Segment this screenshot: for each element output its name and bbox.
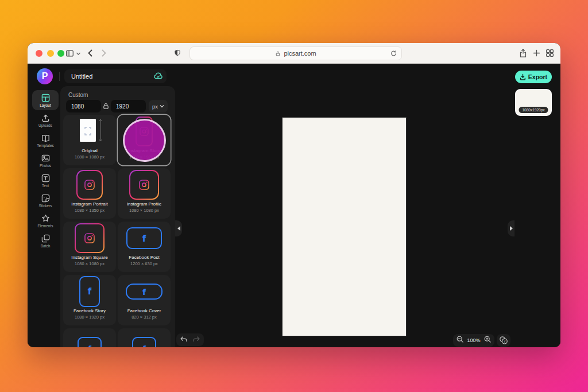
rail-label: Templates xyxy=(37,143,54,148)
undo-icon[interactable] xyxy=(180,335,188,345)
export-label: Export xyxy=(528,73,547,80)
fullscreen-window-button[interactable] xyxy=(57,50,64,57)
height-input[interactable] xyxy=(111,100,146,112)
reload-icon[interactable] xyxy=(390,49,397,59)
facebook-cover-icon: f xyxy=(118,275,171,308)
share-icon[interactable] xyxy=(519,48,528,59)
divider xyxy=(59,72,60,81)
url-text: picsart.com xyxy=(284,50,316,57)
upload-icon xyxy=(41,113,51,123)
facebook-story-icon: f xyxy=(63,275,116,308)
picsart-logo[interactable]: P xyxy=(37,68,53,84)
svg-text:?: ? xyxy=(504,339,505,344)
layout-panel: Custom px Original 1080 × 1080 px xyxy=(60,86,175,347)
template-card-facebook-post[interactable]: f Facebook Post 1200 × 630 px xyxy=(118,222,171,272)
selection-highlight-circle xyxy=(123,119,166,162)
book-icon xyxy=(41,133,51,143)
svg-text:f: f xyxy=(142,288,146,297)
project-title-input[interactable] xyxy=(64,69,167,83)
instagram-profile-icon xyxy=(118,168,171,201)
forward-icon[interactable] xyxy=(101,49,107,57)
page-thumbnail[interactable]: 1080x1920px xyxy=(515,89,552,116)
image-icon xyxy=(41,153,51,163)
template-card-partial[interactable]: f xyxy=(118,328,171,347)
address-bar[interactable]: picsart.com xyxy=(189,46,402,60)
template-card-instagram-profile[interactable]: Instagram Profile 1080 × 1080 px xyxy=(118,168,171,219)
sidebar-toggle-icon[interactable] xyxy=(65,49,75,58)
layout-icon xyxy=(41,93,51,103)
rail-item-templates[interactable]: Templates xyxy=(32,130,59,150)
template-card-facebook-story[interactable]: f Facebook Story 1080 × 1920 px xyxy=(63,275,116,325)
facebook-frame-icon: f xyxy=(118,328,171,347)
instagram-portrait-icon xyxy=(63,168,116,201)
template-card-original[interactable]: Original 1080 × 1080 px xyxy=(63,115,116,165)
svg-text:f: f xyxy=(142,344,146,347)
back-icon[interactable] xyxy=(87,49,93,57)
tab-overview-icon[interactable] xyxy=(546,49,554,57)
zoom-in-icon[interactable] xyxy=(483,335,492,346)
rail-item-layout[interactable]: Layout xyxy=(32,90,59,110)
minimize-window-button[interactable] xyxy=(47,50,54,57)
close-window-button[interactable] xyxy=(36,50,42,57)
rail-item-photos[interactable]: Photos xyxy=(32,150,59,170)
rail-item-text[interactable]: Text xyxy=(32,170,59,191)
history-controls xyxy=(176,333,204,346)
artboard-canvas[interactable] xyxy=(283,118,406,336)
aspect-lock-icon[interactable] xyxy=(102,102,110,112)
lock-icon xyxy=(275,51,281,57)
picsart-editor: P Export Layout Uploads Templates xyxy=(28,64,560,347)
custom-section-label: Custom xyxy=(68,92,88,98)
svg-text:f: f xyxy=(88,344,92,347)
zoom-level-value[interactable]: 100% xyxy=(467,337,480,343)
browser-window: picsart.com P Export xyxy=(28,43,560,347)
svg-text:f: f xyxy=(142,234,146,244)
template-card-instagram-square[interactable]: Instagram Square 1080 × 1080 px xyxy=(63,222,116,272)
unit-label: px xyxy=(152,103,158,110)
rail-label: Text xyxy=(42,184,49,188)
text-icon xyxy=(41,173,51,183)
star-icon xyxy=(41,214,51,223)
help-button[interactable]: ? xyxy=(497,334,510,347)
rail-item-uploads[interactable]: Uploads xyxy=(32,110,59,130)
unit-dropdown[interactable]: px xyxy=(149,100,168,112)
zoom-out-icon[interactable] xyxy=(456,335,464,346)
svg-text:f: f xyxy=(88,286,92,297)
tools-rail: Layout Uploads Templates Photos Text Sti… xyxy=(32,90,59,251)
collapse-left-panel-handle[interactable] xyxy=(175,220,182,236)
rail-label: Stickers xyxy=(38,204,52,208)
export-button[interactable]: Export xyxy=(515,71,552,83)
new-tab-icon[interactable] xyxy=(532,49,541,57)
chevron-left-icon xyxy=(177,226,180,231)
redo-icon[interactable] xyxy=(192,335,200,345)
page-size-badge: 1080x1920px xyxy=(519,107,548,113)
cloud-saved-icon xyxy=(153,71,163,83)
rail-item-batch[interactable]: Batch xyxy=(32,231,59,251)
template-grid: Original 1080 × 1080 px Instagram Story … xyxy=(63,115,171,347)
rail-label: Elements xyxy=(37,224,53,228)
rail-item-stickers[interactable]: Stickers xyxy=(32,191,59,211)
rail-label: Uploads xyxy=(38,123,52,127)
zoom-controls: 100% xyxy=(453,334,494,347)
chevron-down-icon xyxy=(160,104,164,108)
original-icon xyxy=(63,115,116,148)
instagram-square-icon xyxy=(63,222,116,255)
chevron-right-icon xyxy=(510,226,513,231)
privacy-shield-icon[interactable] xyxy=(173,49,181,57)
help-icon: ? xyxy=(499,336,508,345)
chevron-down-icon[interactable] xyxy=(76,52,81,56)
template-card-partial[interactable]: f xyxy=(63,328,116,347)
rail-label: Batch xyxy=(41,244,51,248)
rail-label: Photos xyxy=(40,164,51,168)
width-input[interactable] xyxy=(66,100,101,112)
rail-label: Layout xyxy=(40,103,51,107)
download-icon xyxy=(520,73,526,80)
batch-icon xyxy=(41,234,51,243)
sticker-icon xyxy=(41,193,51,203)
template-card-instagram-story[interactable]: Instagram Story 1080 × 1920 px xyxy=(118,115,171,165)
collapse-right-panel-handle[interactable] xyxy=(508,220,514,236)
browser-toolbar: picsart.com xyxy=(28,43,560,64)
template-card-facebook-cover[interactable]: f Facebook Cover 820 × 312 px xyxy=(118,275,171,325)
template-card-instagram-portrait[interactable]: Instagram Portrait 1080 × 1350 px xyxy=(63,168,116,219)
rail-item-elements[interactable]: Elements xyxy=(32,211,59,231)
facebook-frame-icon: f xyxy=(63,328,116,347)
